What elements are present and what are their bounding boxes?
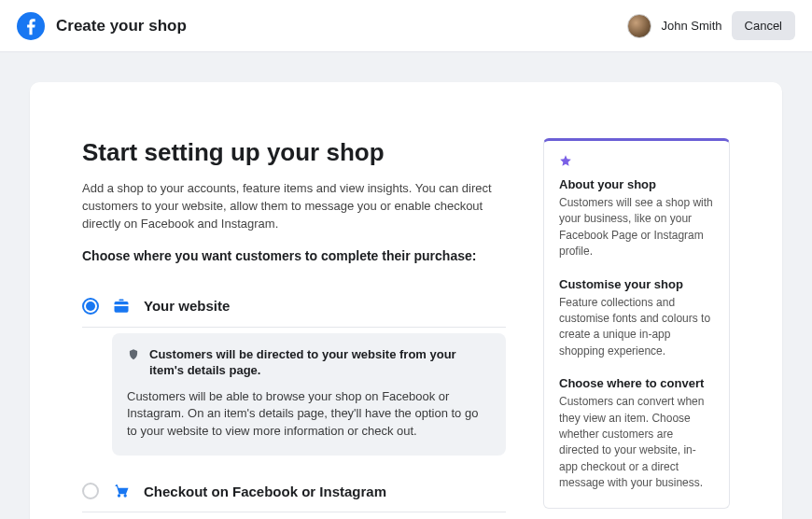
shield-icon <box>127 348 140 364</box>
intro-text: Add a shop to your accounts, feature ite… <box>82 180 506 233</box>
info-card: Customers will be directed to your websi… <box>112 333 506 456</box>
briefcase-icon <box>112 297 131 316</box>
sidebar-block-customise: Customise your shop Feature collections … <box>559 277 714 360</box>
radio-your-website[interactable] <box>82 298 99 315</box>
sidebar-title: Choose where to convert <box>559 376 714 390</box>
sidebar-text: Customers can convert when they view an … <box>559 394 714 491</box>
sidebar-block-convert: Choose where to convert Customers can co… <box>559 376 714 491</box>
cancel-button[interactable]: Cancel <box>732 11 795 40</box>
sidebar-title: About your shop <box>559 177 714 191</box>
top-bar: Create your shop John Smith Cancel <box>0 0 812 52</box>
star-icon <box>559 154 572 170</box>
option-direct-message[interactable]: Direct message <box>82 512 506 519</box>
main-column: Start setting up your shop Add a shop to… <box>82 138 506 519</box>
topbar-right: John Smith Cancel <box>627 11 795 40</box>
sidebar-text: Feature collections and customise fonts … <box>559 295 714 360</box>
topbar-left: Create your shop <box>17 12 187 40</box>
facebook-logo-icon[interactable] <box>17 12 45 40</box>
info-card-body: Customers will be able to browse your sh… <box>127 388 491 442</box>
cart-icon <box>112 482 131 500</box>
subheading: Choose where you want customers to compl… <box>82 248 506 263</box>
sidebar-title: Customise your shop <box>559 277 714 291</box>
radio-checkout-fb-ig[interactable] <box>82 483 99 499</box>
option-label: Your website <box>144 298 230 314</box>
sidebar-block-about: About your shop Customers will see a sho… <box>559 177 714 260</box>
option-checkout-fb-ig[interactable]: Checkout on Facebook or Instagram <box>82 470 506 512</box>
heading: Start setting up your shop <box>82 138 506 167</box>
avatar[interactable] <box>627 14 651 38</box>
info-card-title: Customers will be directed to your websi… <box>149 346 491 379</box>
sidebar: About your shop Customers will see a sho… <box>543 138 730 509</box>
option-your-website[interactable]: Your website <box>82 286 506 328</box>
content-card: Start setting up your shop Add a shop to… <box>30 82 782 519</box>
sidebar-text: Customers will see a shop with your busi… <box>559 195 714 260</box>
option-label: Checkout on Facebook or Instagram <box>144 484 386 499</box>
page-title: Create your shop <box>56 17 187 35</box>
user-name: John Smith <box>661 19 721 33</box>
